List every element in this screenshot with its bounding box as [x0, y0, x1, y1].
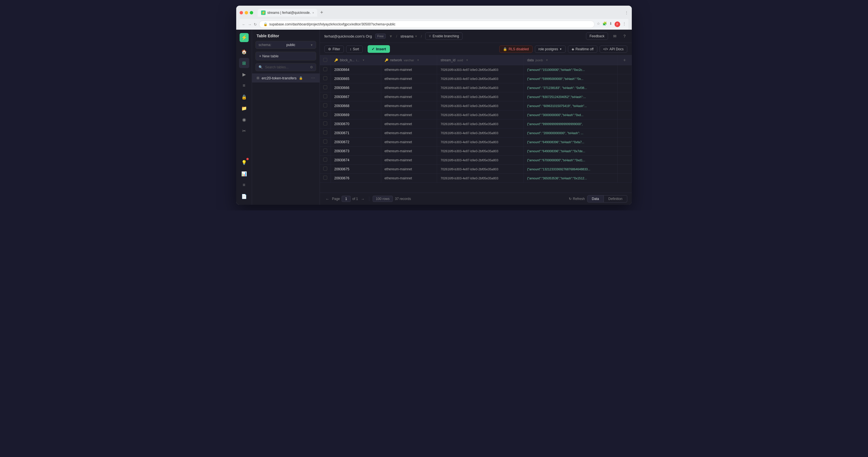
col-header-block-num[interactable]: 🔑 block_n... i... ▼ — [331, 55, 381, 65]
table-row[interactable]: 20930672 ethereum-mainnet 702616f9-b303-… — [320, 137, 632, 146]
sidebar-item-table-editor[interactable]: ⊞ — [239, 58, 249, 68]
header-checkbox[interactable] — [320, 55, 331, 65]
download-icon[interactable]: ⬇ — [609, 22, 612, 27]
row-checkbox-4[interactable] — [320, 101, 331, 110]
row-checkbox-2[interactable] — [320, 83, 331, 92]
address-bar[interactable]: 🔒 supabase.com/dashboard/project/lxlyayz… — [259, 21, 594, 28]
table-row[interactable]: 20930668 ethereum-mainnet 702616f9-b303-… — [320, 101, 632, 110]
table-item-erc20[interactable]: ⊞ erc20-token-transfers 🔒 ⋯ — [252, 73, 319, 83]
browser-refresh-btn[interactable]: ↻ — [254, 22, 257, 27]
help-icon-btn[interactable]: ? — [622, 33, 627, 39]
schema-selector[interactable]: schema: public ▼ — [255, 41, 316, 49]
user-avatar[interactable]: F — [615, 22, 620, 27]
table-row[interactable]: 20930667 ethereum-mainnet 702616f9-b303-… — [320, 92, 632, 101]
checkbox-12[interactable] — [323, 176, 327, 179]
sidebar-item-notifications[interactable]: 💡 — [239, 157, 249, 167]
row-checkbox-11[interactable] — [320, 165, 331, 174]
sidebar-item-logs[interactable]: ≡ — [239, 180, 249, 190]
search-tables-input[interactable]: Search tables... — [265, 65, 308, 69]
row-checkbox-7[interactable] — [320, 129, 331, 137]
checkbox-0[interactable] — [323, 67, 327, 71]
extensions-icon[interactable]: 🧩 — [602, 22, 607, 27]
browser-tab[interactable]: ⚡ streams | ferhat@quicknode. × — [258, 9, 317, 17]
rows-per-page-selector[interactable]: 100 rows — [373, 196, 393, 202]
realtime-btn[interactable]: ◈ Realtime off — [568, 45, 597, 53]
forward-btn[interactable]: → — [248, 22, 251, 27]
row-checkbox-3[interactable] — [320, 92, 331, 101]
close-window-btn[interactable] — [240, 11, 243, 14]
new-table-button[interactable]: + New table — [255, 52, 316, 60]
page-input[interactable] — [342, 196, 351, 202]
back-btn[interactable]: ← — [242, 22, 246, 27]
table-row[interactable]: 20930669 ethereum-mainnet 702616f9-b303-… — [320, 110, 632, 120]
sidebar-item-home[interactable]: 🏠 — [239, 46, 249, 57]
checkbox-7[interactable] — [323, 130, 327, 134]
api-docs-btn[interactable]: </> API Docs — [599, 45, 627, 53]
checkbox-5[interactable] — [323, 112, 327, 117]
table-row[interactable]: 20930670 ethereum-mainnet 702616f9-b303-… — [320, 120, 632, 129]
checkbox-8[interactable] — [323, 139, 327, 143]
role-btn[interactable]: role postgres ▼ — [535, 45, 566, 53]
insert-btn[interactable]: ✓ Insert — [368, 45, 390, 53]
sort-btn[interactable]: ↕ Sort — [346, 45, 363, 53]
refresh-btn[interactable]: ↻ Refresh — [569, 197, 585, 201]
filter-icon[interactable]: ⚙ — [310, 65, 313, 69]
sidebar-item-sql-editor[interactable]: ▶ — [239, 69, 249, 79]
filter-btn[interactable]: ⚙ Filter — [324, 45, 344, 53]
definition-tab-btn[interactable]: Definition — [604, 195, 627, 202]
checkbox-3[interactable] — [323, 94, 327, 98]
table-row[interactable]: 20930673 ethereum-mainnet 702616f9-b303-… — [320, 146, 632, 156]
table-row[interactable]: 20930675 ethereum-mainnet 702616f9-b303-… — [320, 165, 632, 174]
next-page-btn[interactable]: → — [360, 196, 366, 202]
browser-settings-icon[interactable]: ⋮ — [622, 22, 626, 27]
checkbox-9[interactable] — [323, 149, 327, 153]
fullscreen-window-btn[interactable] — [250, 11, 253, 14]
col-header-network[interactable]: 🔑 network varchar ▼ — [381, 55, 437, 65]
sidebar-item-docs[interactable]: 📄 — [239, 191, 249, 201]
col-header-data[interactable]: data jsonb ▼ — [524, 55, 617, 65]
enable-branching-btn[interactable]: ⑂ Enable branching — [425, 32, 463, 40]
add-column-btn[interactable]: + — [621, 58, 628, 62]
sidebar-item-auth[interactable]: 🔒 — [239, 92, 249, 102]
row-checkbox-9[interactable] — [320, 146, 331, 156]
row-checkbox-12[interactable] — [320, 174, 331, 183]
breadcrumb-streams[interactable]: streams ▼ — [400, 34, 417, 38]
rls-btn[interactable]: 🔒 RLS disabled — [499, 45, 532, 53]
table-menu-icon[interactable]: ⋯ — [311, 76, 315, 80]
sidebar-item-reports[interactable]: 📊 — [239, 169, 249, 179]
checkbox-1[interactable] — [323, 76, 327, 80]
minimize-window-btn[interactable] — [245, 11, 248, 14]
table-row[interactable]: 20930666 ethereum-mainnet 702616f9-b303-… — [320, 83, 632, 92]
feedback-btn[interactable]: Feedback — [586, 32, 608, 40]
row-checkbox-5[interactable] — [320, 110, 331, 120]
sidebar-item-edge-functions[interactable]: ✂ — [239, 126, 249, 136]
table-row[interactable]: 20930674 ethereum-mainnet 702616f9-b303-… — [320, 156, 632, 165]
col-header-add[interactable]: + — [617, 55, 631, 65]
checkbox-6[interactable] — [323, 122, 327, 125]
col-header-stream-id[interactable]: stream_id uuid ▼ — [437, 55, 524, 65]
tab-close-btn[interactable]: × — [312, 11, 314, 14]
traffic-lights[interactable] — [240, 11, 253, 14]
bookmark-icon[interactable]: ☆ — [597, 22, 600, 27]
table-row[interactable]: 20930665 ethereum-mainnet 702616f9-b303-… — [320, 74, 632, 83]
table-row[interactable]: 20930676 ethereum-mainnet 702616f9-b303-… — [320, 174, 632, 183]
checkbox-4[interactable] — [323, 103, 327, 107]
data-tab-btn[interactable]: Data — [587, 195, 604, 202]
select-all-checkbox[interactable] — [323, 58, 327, 62]
prev-page-btn[interactable]: ← — [324, 196, 330, 202]
table-row[interactable]: 20930664 ethereum-mainnet 702616f9-b303-… — [320, 65, 632, 74]
sidebar-item-database[interactable]: ≡ — [239, 80, 249, 91]
row-checkbox-8[interactable] — [320, 137, 331, 146]
browser-menu-btn[interactable]: ⋮ — [625, 10, 628, 15]
checkbox-11[interactable] — [323, 167, 327, 171]
row-checkbox-10[interactable] — [320, 156, 331, 165]
new-tab-btn[interactable]: + — [318, 8, 326, 17]
table-row[interactable]: 20930671 ethereum-mainnet 702616f9-b303-… — [320, 129, 632, 137]
row-checkbox-6[interactable] — [320, 120, 331, 129]
sidebar-item-realtime[interactable]: ◉ — [239, 115, 249, 125]
sidebar-item-storage[interactable]: 📁 — [239, 103, 249, 113]
row-checkbox-1[interactable] — [320, 74, 331, 83]
checkbox-10[interactable] — [323, 158, 327, 162]
checkbox-2[interactable] — [323, 85, 327, 89]
mail-icon-btn[interactable]: ✉ — [612, 33, 618, 39]
